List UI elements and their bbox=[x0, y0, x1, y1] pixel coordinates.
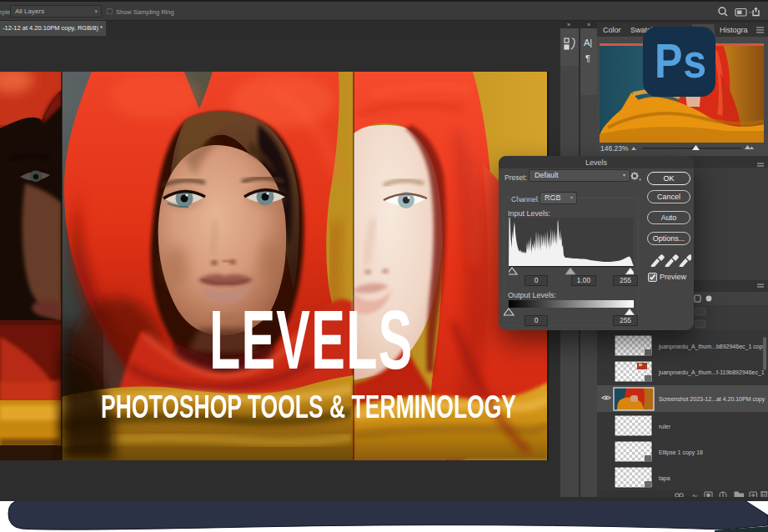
svg-text:»: » bbox=[567, 22, 570, 28]
svg-text:Screenshot 2023-12...at 4.20.1: Screenshot 2023-12...at 4.20.10PM copy bbox=[659, 396, 765, 403]
svg-text:ruler: ruler bbox=[659, 424, 671, 429]
svg-text:juanproedu_A_thum...b892946ec_: juanproedu_A_thum...b892946ec_1 copy bbox=[658, 344, 766, 350]
svg-text:¶: ¶ bbox=[585, 53, 590, 63]
svg-text:Histogra: Histogra bbox=[720, 26, 748, 34]
svg-text:A|: A| bbox=[584, 38, 592, 48]
svg-text:juanproedu_A_thum...f-119b8929: juanproedu_A_thum...f-119b892946ec_1 bbox=[658, 369, 765, 376]
svg-text:Color: Color bbox=[603, 26, 621, 34]
svg-text:146.23%: 146.23% bbox=[600, 144, 629, 153]
svg-text:Ellipse 1 copy 18: Ellipse 1 copy 18 bbox=[659, 449, 703, 456]
svg-text:tapa: tapa bbox=[659, 475, 670, 482]
svg-text:»: » bbox=[587, 22, 590, 28]
